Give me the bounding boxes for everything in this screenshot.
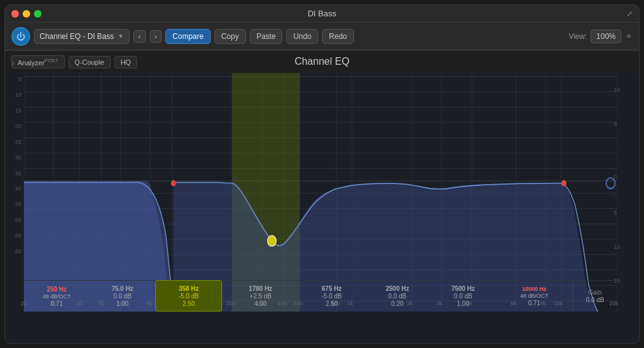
close-button[interactable]: [11, 10, 19, 18]
db-right-5p: 5: [614, 121, 617, 127]
paste-button[interactable]: Paste: [250, 29, 283, 44]
power-icon: ⏻: [16, 31, 25, 41]
band4-q: 4.00: [255, 300, 267, 307]
eq-area: + + + 0 5 10 15 20 25 30 35 40 45 50 55 …: [5, 50, 639, 343]
bottom-bar: AnalyzerPOST Q-Couple HQ Channel EQ ›: [5, 50, 639, 73]
band6-freq: 2500 Hz: [386, 285, 409, 292]
footer-chevron[interactable]: ›: [11, 58, 14, 68]
band3-info[interactable]: 358 Hz -5.0 dB 2.50: [155, 280, 222, 312]
band3-freq: 358 Hz: [179, 285, 199, 292]
band5-q: 2.50: [326, 300, 338, 307]
band3-gain: -5.0 dB: [179, 293, 199, 300]
band7-info[interactable]: 7500 Hz 0.0 dB 1.00: [430, 280, 496, 312]
q-couple-button[interactable]: Q-Couple: [69, 56, 111, 68]
analyzer-sup: POST: [45, 58, 58, 63]
band8-q: 0.71: [528, 300, 540, 307]
db-label-25: 25: [15, 139, 21, 145]
band1-gain: 48 dB/OCT: [43, 293, 71, 300]
db-label-5: 5: [18, 76, 21, 82]
gain-value: 0.0 dB: [586, 296, 604, 303]
title-bar: DI Bass ⤢: [5, 5, 639, 23]
db-axis-left: + 0 5 10 15 20 25 30 35 40 45 50 55 60: [5, 50, 24, 312]
analyzer-button[interactable]: AnalyzerPOST: [11, 55, 65, 69]
band4-gain: +2.5 dB: [250, 293, 272, 300]
view-value[interactable]: 100%: [591, 30, 621, 43]
band2-freq: 75.0 Hz: [111, 285, 133, 292]
preset-select[interactable]: Channel EQ - DI Bass ▼: [34, 29, 130, 44]
band1-q: 0.71: [50, 300, 62, 307]
hq-button[interactable]: HQ: [114, 56, 138, 68]
db-right-0: 0: [614, 173, 617, 180]
toolbar: ⏻ Channel EQ - DI Bass ▼ ‹ › Compare Cop…: [5, 23, 639, 50]
band3-handle[interactable]: [267, 236, 276, 246]
gain-label: Gain: [589, 289, 602, 296]
power-button[interactable]: ⏻: [11, 27, 30, 46]
band5-gain: -5.0 dB: [321, 293, 341, 300]
db-label-20: 20: [15, 123, 21, 129]
db-label-55: 55: [15, 232, 21, 239]
band7-gain: 0.0 dB: [454, 293, 472, 300]
maximize-button[interactable]: [34, 10, 42, 18]
band7-freq: 7500 Hz: [452, 285, 475, 292]
band4-info[interactable]: 1780 Hz +2.5 dB 4.00: [222, 280, 299, 312]
band8-gain: 48 dB/OCT: [520, 293, 548, 299]
db-label-35: 35: [15, 170, 21, 177]
minimize-button[interactable]: [23, 10, 30, 18]
db-label-15: 15: [15, 107, 21, 114]
band1-freq: 250 Hz: [47, 286, 67, 293]
band5-freq: 675 Hz: [322, 285, 342, 292]
band8-freq: 10000 Hz: [522, 286, 547, 292]
chevron-down-icon: ▼: [118, 33, 124, 40]
band1-info[interactable]: 250 Hz 48 dB/OCT 0.71: [24, 280, 89, 312]
db-right-5m: 5: [614, 210, 617, 216]
view-label: View:: [569, 32, 587, 41]
band2-q: 1.00: [116, 300, 128, 307]
band6-q: 0.20: [391, 300, 403, 307]
db-right-minus: -: [614, 192, 616, 198]
nav-back-button[interactable]: ‹: [133, 30, 146, 43]
lp-handle[interactable]: [562, 180, 567, 187]
hp-handle[interactable]: [171, 180, 176, 187]
band7-q: 1.00: [457, 300, 469, 307]
band2-info[interactable]: 75.0 Hz 0.0 dB 1.00: [89, 280, 155, 312]
link-icon[interactable]: ⚭: [625, 31, 633, 41]
band4-freq: 1780 Hz: [249, 285, 272, 292]
db-right-10p: 10: [614, 87, 620, 93]
expand-icon[interactable]: ⤢: [626, 9, 633, 18]
db-label-30: 30: [15, 155, 21, 161]
band2-gain: 0.0 dB: [113, 293, 131, 300]
band5-info[interactable]: 675 Hz -5.0 dB 2.50: [299, 280, 364, 312]
db-right-10m: 10: [614, 244, 620, 250]
db-label-10: 10: [15, 92, 21, 98]
compare-button[interactable]: Compare: [165, 29, 210, 44]
band6-info[interactable]: 2500 Hz 0.0 dB 0.20: [365, 280, 430, 312]
nav-forward-button[interactable]: ›: [150, 30, 162, 43]
window-title: DI Bass: [308, 9, 336, 18]
main-window: DI Bass ⤢ ⏻ Channel EQ - DI Bass ▼ ‹ › C…: [4, 4, 640, 344]
band6-gain: 0.0 dB: [388, 293, 406, 300]
copy-button[interactable]: Copy: [214, 29, 246, 44]
band3-q: 2.50: [182, 300, 194, 307]
db-label-40: 40: [15, 185, 21, 192]
db-label-50: 50: [15, 217, 21, 223]
window-controls: [11, 10, 42, 18]
db-label-45: 45: [15, 201, 21, 207]
band-info-row: 250 Hz 48 dB/OCT 0.71 75.0 Hz 0.0 dB 1.0…: [24, 280, 617, 312]
eq-canvas[interactable]: + +: [24, 50, 617, 312]
redo-button[interactable]: Redo: [322, 29, 354, 44]
footer-title: Channel EQ: [294, 56, 349, 67]
preset-name: Channel EQ - DI Bass: [40, 32, 114, 41]
db-axis-right: 15 10 5 0 - 5 10 15: [614, 50, 633, 312]
undo-button[interactable]: Undo: [286, 29, 318, 44]
gain-info: Gain 0.0 dB: [572, 280, 617, 312]
db-label-60: 60: [15, 248, 21, 254]
band8-info[interactable]: 10000 Hz 48 dB/OCT 0.71: [496, 280, 572, 312]
